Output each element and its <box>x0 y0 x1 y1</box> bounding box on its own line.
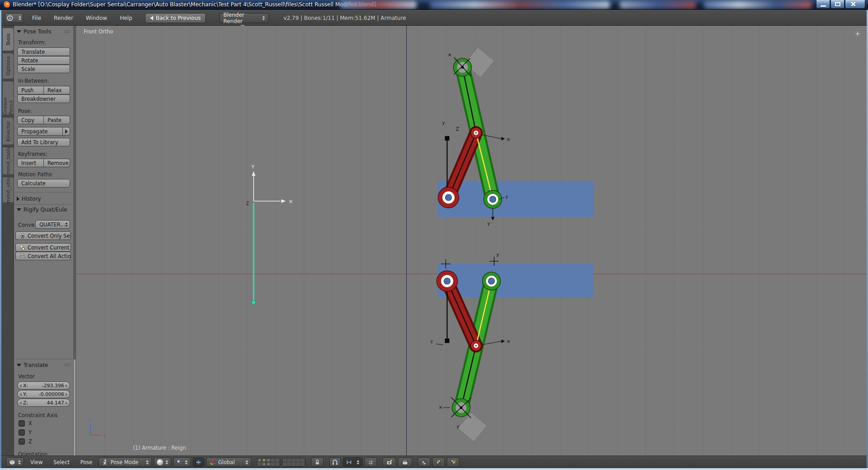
copy-pose-icon <box>421 459 427 465</box>
joint-mid-upper[interactable] <box>471 127 481 138</box>
scale-button[interactable]: Scale <box>17 65 70 73</box>
svg-text:x: x <box>104 433 106 438</box>
tab-mmd-utils[interactable]: mmd_utils <box>3 177 14 203</box>
menu-file[interactable]: File <box>26 10 47 25</box>
properties-region-plus-button[interactable]: + <box>853 29 862 38</box>
menu-view[interactable]: View <box>26 459 47 465</box>
root-bone-stick[interactable] <box>252 203 256 305</box>
stick-root-upper[interactable] <box>445 136 449 141</box>
slider-block-lower[interactable] <box>437 263 593 298</box>
proportional-edit-selector[interactable] <box>343 457 363 467</box>
viewport-shading-sphere-icon <box>157 459 163 465</box>
pose-mode-run-icon <box>102 459 108 465</box>
tool-shelf-panel: Pose Tools Transform: Translate Rotate S… <box>14 26 73 456</box>
render-engine-selector[interactable]: Blender Render <box>219 13 269 23</box>
tab-options[interactable]: Options <box>3 53 14 79</box>
close-button[interactable] <box>845 0 865 9</box>
stick-root-lower[interactable] <box>445 338 449 343</box>
joint-mid-lower[interactable] <box>471 340 481 351</box>
back-to-previous-button[interactable]: Back to Previous <box>145 13 206 23</box>
slider-left-arrow[interactable] <box>19 384 22 388</box>
slider-block-upper[interactable] <box>437 181 594 217</box>
panel-drag-dots[interactable] <box>64 30 71 33</box>
lock-icon <box>314 459 321 465</box>
convert-only-selected-button[interactable]: Convert Only Sele... <box>15 231 71 240</box>
tab-grease-pencil[interactable]: Grease Pencil <box>3 81 14 115</box>
relax-button[interactable]: Relax <box>44 86 70 94</box>
shelf-scrollbar-thumb[interactable] <box>74 359 75 458</box>
insert-keyframe-button[interactable]: Insert <box>17 159 44 167</box>
transform-orientation-selector[interactable]: Global <box>206 457 251 467</box>
inbetween-label: In-Between: <box>18 78 49 84</box>
vector-z-slider[interactable]: Z: 44.147 <box>17 399 70 407</box>
add-to-library-button[interactable]: Add To Library <box>17 138 70 146</box>
snap-element-selector[interactable] <box>364 457 377 467</box>
chevron-updown-icon <box>19 16 21 20</box>
slider-right-arrow[interactable] <box>66 393 68 396</box>
layers-grid-1[interactable] <box>257 458 280 467</box>
convert-mode-dropdown[interactable]: QUATER... <box>35 220 70 229</box>
minimize-button[interactable] <box>816 0 830 9</box>
menu-select[interactable]: Select <box>49 459 74 465</box>
panel-drag-dots[interactable] <box>64 363 71 367</box>
slider-left-arrow[interactable] <box>19 401 22 405</box>
censored-blob <box>429 1 610 9</box>
menu-help[interactable]: Help <box>113 10 138 25</box>
copy-pose-button[interactable]: Copy <box>17 116 44 124</box>
keyframes-label: Keyframes: <box>18 151 47 157</box>
editor-type-selector[interactable] <box>5 13 23 23</box>
convert-all-actions-button[interactable]: Convert All Actions <box>15 252 71 260</box>
translate-operator-panel-header[interactable]: Translate <box>17 362 71 369</box>
slider-left-arrow[interactable] <box>19 393 22 396</box>
manipulator-toggle[interactable] <box>193 457 204 467</box>
tab-mmd-tools[interactable]: mmd_tools <box>3 147 14 175</box>
propagate-button[interactable]: Propagate <box>17 127 63 136</box>
translate-manipulator[interactable] <box>252 171 286 203</box>
proportional-edit-icon <box>346 459 352 465</box>
vector-x-slider[interactable]: X: -293.396 <box>17 381 70 390</box>
tab-tools[interactable]: Tools <box>3 28 14 51</box>
slider-right-arrow[interactable] <box>66 384 68 388</box>
calculate-button[interactable]: Calculate <box>17 179 70 188</box>
mode-selector[interactable]: Pose Mode <box>99 457 152 467</box>
snap-magnet-icon <box>332 459 338 465</box>
pivot-point-selector[interactable] <box>173 457 191 467</box>
remove-keyframe-button[interactable]: Remove <box>44 159 70 167</box>
menu-window[interactable]: Window <box>80 10 113 25</box>
axis-letter: × <box>439 404 443 410</box>
constraint-y-row: Y <box>19 429 32 436</box>
render-anim-button[interactable] <box>398 457 412 467</box>
paste-flipped-pose-button-header[interactable] <box>447 457 459 467</box>
convert-current-action-button[interactable]: Convert Current A... <box>15 243 71 252</box>
breakdowner-button[interactable]: Breakdowner <box>17 94 70 103</box>
checkbox-x[interactable] <box>19 420 25 427</box>
manipulator-z-label: Z <box>246 201 249 206</box>
copy-pose-button-header[interactable] <box>418 457 430 467</box>
checkbox-z[interactable] <box>19 438 25 445</box>
rigify-panel-header[interactable]: Rigify Quat/Euler Co <box>17 206 71 213</box>
rotate-button[interactable]: Rotate <box>17 56 70 65</box>
axis-value: -293.396 <box>42 383 64 389</box>
slider-right-arrow[interactable] <box>66 401 68 405</box>
lock-to-scene-button[interactable] <box>311 457 324 467</box>
propagate-menu-button[interactable] <box>63 127 70 136</box>
render-opengl-button[interactable] <box>382 457 396 467</box>
paste-pose-button[interactable]: Paste <box>44 116 70 124</box>
snap-toggle[interactable] <box>329 457 341 467</box>
menu-pose[interactable]: Pose <box>76 459 97 465</box>
translate-button[interactable]: Translate <box>17 47 70 56</box>
transform-label: Transform: <box>18 39 46 46</box>
tab-kinector[interactable]: Kinector <box>3 117 14 145</box>
paste-pose-button-header[interactable] <box>432 457 445 467</box>
push-button[interactable]: Push <box>17 86 44 94</box>
history-panel-header[interactable]: History <box>17 195 71 202</box>
pose-tools-panel-header[interactable]: Pose Tools <box>17 28 71 35</box>
viewport-shading-selector[interactable] <box>154 457 171 467</box>
menu-render[interactable]: Render <box>47 10 80 25</box>
maximize-button[interactable] <box>830 0 844 9</box>
vector-y-slider[interactable]: Y: -0.000006 <box>17 390 70 398</box>
viewport-3d[interactable]: × Z y × z y <box>76 26 867 456</box>
layers-grid-2[interactable] <box>282 458 306 467</box>
editor-type-selector-3dview[interactable] <box>6 457 24 467</box>
checkbox-y[interactable] <box>19 429 25 436</box>
